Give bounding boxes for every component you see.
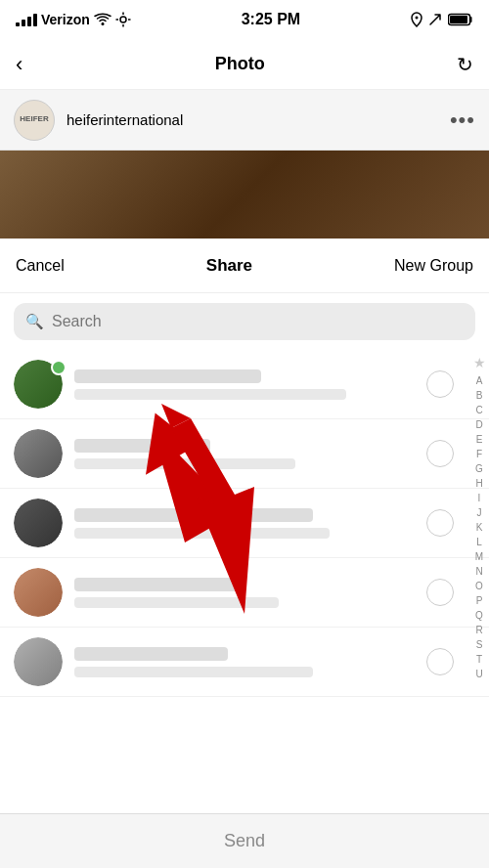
search-bar[interactable]: 🔍 bbox=[14, 303, 475, 340]
svg-point-1 bbox=[120, 17, 126, 22]
index-c[interactable]: C bbox=[475, 404, 482, 417]
online-badge bbox=[51, 360, 67, 375]
contact-info bbox=[74, 578, 415, 608]
svg-point-0 bbox=[101, 22, 104, 25]
contact-subtitle bbox=[74, 528, 330, 539]
index-t[interactable]: T bbox=[476, 653, 482, 667]
contact-info bbox=[74, 647, 415, 677]
contact-name bbox=[74, 439, 210, 453]
signal-icon bbox=[16, 14, 37, 26]
index-u[interactable]: U bbox=[475, 668, 482, 681]
index-n[interactable]: N bbox=[475, 565, 482, 579]
select-radio[interactable] bbox=[426, 579, 454, 606]
search-icon: 🔍 bbox=[25, 313, 44, 330]
arrow-icon bbox=[428, 13, 442, 26]
send-button[interactable]: Send bbox=[224, 831, 265, 851]
index-m[interactable]: M bbox=[475, 550, 483, 564]
avatar bbox=[14, 637, 63, 686]
contact-subtitle bbox=[74, 458, 295, 469]
nav-title: Photo bbox=[215, 54, 265, 74]
photo-banner bbox=[0, 151, 489, 239]
select-radio[interactable] bbox=[426, 440, 454, 467]
index-i[interactable]: I bbox=[478, 492, 481, 505]
svg-rect-8 bbox=[450, 16, 467, 23]
contact-name bbox=[74, 508, 313, 522]
index-star[interactable]: ★ bbox=[473, 354, 486, 373]
svg-point-6 bbox=[415, 17, 418, 20]
avatar bbox=[14, 429, 63, 478]
index-d[interactable]: D bbox=[475, 418, 482, 432]
index-a[interactable]: A bbox=[476, 374, 483, 388]
contact-subtitle bbox=[74, 667, 313, 677]
account-name: heiferinternational bbox=[67, 111, 438, 128]
index-j[interactable]: J bbox=[477, 506, 482, 520]
brightness-icon bbox=[115, 12, 131, 27]
index-l[interactable]: L bbox=[476, 536, 482, 549]
contact-item[interactable] bbox=[0, 350, 489, 419]
contact-item[interactable] bbox=[0, 558, 489, 628]
contact-info bbox=[74, 508, 415, 539]
contact-item[interactable] bbox=[0, 628, 489, 697]
status-time: 3:25 PM bbox=[242, 11, 300, 28]
send-bar: Send bbox=[0, 813, 489, 868]
status-right bbox=[411, 12, 473, 27]
back-button[interactable]: ‹ bbox=[16, 52, 22, 77]
cancel-button[interactable]: Cancel bbox=[16, 257, 65, 275]
avatar bbox=[14, 568, 63, 617]
account-more-button[interactable]: ••• bbox=[450, 108, 475, 133]
index-g[interactable]: G bbox=[475, 462, 483, 476]
contact-info bbox=[74, 369, 415, 400]
select-radio[interactable] bbox=[426, 509, 454, 537]
wifi-icon bbox=[94, 13, 111, 26]
contact-name bbox=[74, 578, 244, 591]
status-bar: Verizon 3:25 PM bbox=[0, 0, 489, 39]
location-icon bbox=[411, 12, 422, 27]
index-h[interactable]: H bbox=[475, 477, 482, 491]
battery-icon bbox=[448, 13, 473, 26]
search-container: 🔍 bbox=[0, 293, 489, 350]
index-e[interactable]: E bbox=[476, 433, 483, 447]
index-q[interactable]: Q bbox=[475, 609, 483, 623]
index-b[interactable]: B bbox=[476, 389, 483, 403]
index-sidebar: ★ A B C D E F G H I J K L M N O P Q R S … bbox=[469, 350, 489, 685]
contact-subtitle bbox=[74, 597, 279, 608]
contact-info bbox=[74, 439, 415, 469]
index-p[interactable]: P bbox=[476, 594, 483, 608]
contact-name bbox=[74, 647, 228, 661]
share-bar: Cancel Share New Group bbox=[0, 239, 489, 293]
contact-subtitle bbox=[74, 389, 346, 400]
contact-name bbox=[74, 369, 261, 383]
index-s[interactable]: S bbox=[476, 638, 483, 652]
index-o[interactable]: O bbox=[475, 580, 483, 593]
select-radio[interactable] bbox=[426, 370, 454, 398]
new-group-button[interactable]: New Group bbox=[394, 257, 473, 275]
contact-item[interactable] bbox=[0, 489, 489, 558]
index-f[interactable]: F bbox=[476, 448, 482, 461]
share-title: Share bbox=[206, 256, 252, 276]
index-k[interactable]: K bbox=[476, 521, 483, 535]
select-radio[interactable] bbox=[426, 648, 454, 675]
search-input[interactable] bbox=[52, 313, 464, 330]
avatar bbox=[14, 499, 63, 547]
refresh-button[interactable]: ↻ bbox=[457, 53, 473, 76]
status-left: Verizon bbox=[16, 12, 131, 27]
contact-item[interactable] bbox=[0, 419, 489, 489]
index-r[interactable]: R bbox=[475, 624, 482, 637]
photo-overlay bbox=[0, 151, 489, 239]
carrier-label: Verizon bbox=[41, 12, 90, 27]
account-avatar: HEIFER bbox=[14, 100, 55, 141]
nav-bar: ‹ Photo ↻ bbox=[0, 39, 489, 90]
contact-list-wrapper: ★ A B C D E F G H I J K L M N O P Q R S … bbox=[0, 350, 489, 697]
account-row: HEIFER heiferinternational ••• bbox=[0, 90, 489, 151]
